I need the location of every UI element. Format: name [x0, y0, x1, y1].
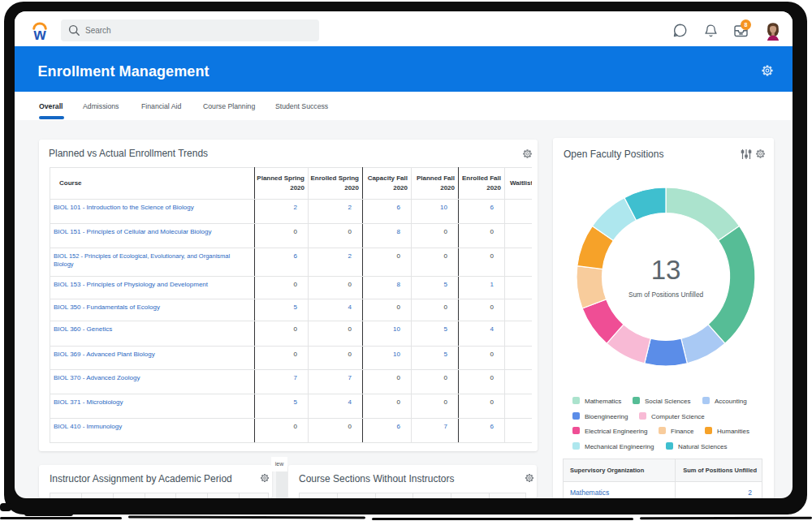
svg-text:w: w [32, 25, 46, 43]
